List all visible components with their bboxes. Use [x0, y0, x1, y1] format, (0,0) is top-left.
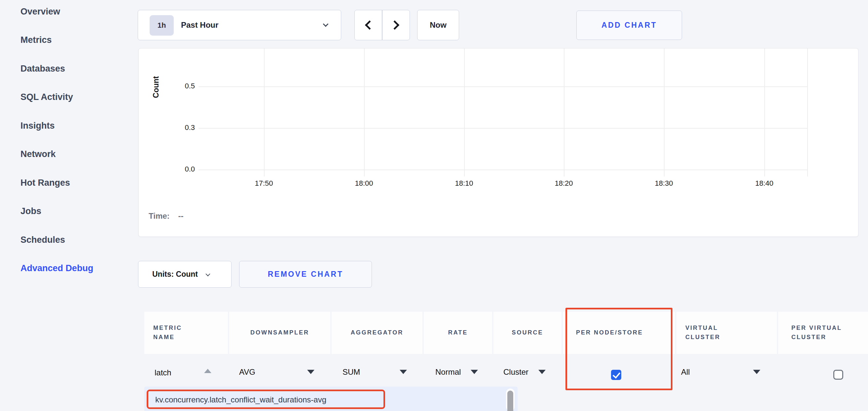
- per-virtual-cluster-checkbox[interactable]: [833, 370, 843, 380]
- units-dropdown-label: Units: Count: [152, 270, 198, 279]
- time-forward-button[interactable]: [382, 10, 410, 40]
- sidebar-item-network[interactable]: Network: [21, 140, 126, 169]
- y-axis-label: Count: [152, 76, 160, 98]
- rate-select-value[interactable]: Normal: [435, 368, 461, 377]
- now-button[interactable]: Now: [417, 10, 459, 40]
- downsampler-select-value[interactable]: AVG: [239, 368, 255, 377]
- chevron-down-icon: [206, 271, 210, 276]
- chevron-down-icon: [323, 22, 329, 27]
- units-dropdown[interactable]: Units: Count: [138, 261, 231, 288]
- sidebar-item-hot-ranges[interactable]: Hot Ranges: [21, 169, 126, 197]
- x-tick: 18:00: [341, 179, 387, 188]
- x-tick: 17:50: [241, 179, 287, 188]
- sidebar-item-schedules[interactable]: Schedules: [21, 226, 126, 254]
- gridline: [364, 48, 365, 176]
- column-header-per-virtual-cluster: PER VIRTUAL CLUSTER: [778, 312, 868, 354]
- gridline: [564, 48, 564, 176]
- rate-caret-icon[interactable]: [471, 370, 478, 374]
- source-select-value[interactable]: Cluster: [503, 368, 528, 377]
- sidebar-item-insights[interactable]: Insights: [21, 111, 126, 140]
- column-header-metric-name: METRIC NAME: [144, 312, 228, 354]
- sidebar: Overview Metrics Databases SQL Activity …: [21, 0, 126, 283]
- chevron-right-icon: [390, 21, 399, 30]
- gridline: [198, 87, 808, 87]
- gridline: [807, 48, 808, 176]
- x-tick: 18:30: [641, 179, 687, 188]
- sidebar-item-overview[interactable]: Overview: [21, 0, 126, 26]
- column-header-aggregator: AGGREGATOR: [332, 312, 423, 354]
- column-header-downsampler: DOWNSAMPLER: [229, 312, 330, 354]
- column-header-per-node-store: PER NODE/STORE: [563, 312, 675, 354]
- downsampler-caret-icon[interactable]: [307, 370, 314, 374]
- x-tick: 18:20: [541, 179, 587, 188]
- virtual-cluster-select-value[interactable]: All: [681, 368, 690, 377]
- advanced-debug-custom-chart-page: Overview Metrics Databases SQL Activity …: [0, 0, 868, 411]
- sidebar-item-advanced-debug[interactable]: Advanced Debug: [21, 254, 126, 283]
- metric-suggestions-dropdown: kv.concurrency.latch_conflict_wait_durat…: [144, 386, 518, 411]
- sidebar-item-metrics[interactable]: Metrics: [21, 26, 126, 55]
- column-header-virtual-cluster: VIRTUAL CLUSTER: [676, 312, 777, 354]
- gridline: [464, 48, 465, 176]
- gridline: [764, 48, 765, 176]
- y-tick: 0.3: [170, 123, 195, 132]
- time-back-button[interactable]: [354, 10, 382, 40]
- gridline: [664, 48, 664, 176]
- add-chart-button[interactable]: ADD CHART: [576, 10, 682, 40]
- column-header-source: SOURCE: [493, 312, 561, 354]
- chevron-left-icon: [365, 21, 374, 30]
- scrollbar-track[interactable]: [506, 388, 515, 411]
- per-node-store-checkbox[interactable]: [611, 370, 621, 380]
- hover-time-readout: Time:--: [149, 211, 184, 221]
- gridline: [264, 48, 265, 176]
- chart-card: Count 0.5 0.3 0.0 17:50 18:00 18:10 18:2…: [138, 48, 859, 237]
- y-tick: 0.0: [170, 165, 195, 173]
- sidebar-item-databases[interactable]: Databases: [21, 55, 126, 83]
- remove-chart-button[interactable]: REMOVE CHART: [239, 261, 372, 288]
- source-caret-icon[interactable]: [538, 370, 546, 374]
- virtual-cluster-caret-icon[interactable]: [753, 370, 760, 374]
- metric-name-input[interactable]: [155, 367, 204, 379]
- time-range-selector[interactable]: 1h Past Hour: [138, 10, 341, 40]
- aggregator-caret-icon[interactable]: [400, 370, 407, 374]
- time-nav-arrows: [354, 10, 410, 40]
- time-label: Time:: [149, 211, 170, 220]
- sidebar-item-sql-activity[interactable]: SQL Activity: [21, 83, 126, 112]
- time-value: --: [178, 211, 184, 220]
- metric-suggestion-item[interactable]: kv.concurrency.latch_conflict_wait_durat…: [155, 395, 326, 404]
- scrollbar-thumb[interactable]: [507, 390, 513, 411]
- time-range-label: Past Hour: [181, 21, 218, 30]
- collapse-suggestions-icon[interactable]: [204, 369, 211, 373]
- time-range-badge: 1h: [150, 15, 174, 36]
- x-tick: 18:10: [441, 179, 487, 188]
- column-header-rate: RATE: [424, 312, 492, 354]
- x-tick: 18:40: [741, 179, 787, 188]
- sidebar-item-jobs[interactable]: Jobs: [21, 197, 126, 226]
- aggregator-select-value[interactable]: SUM: [342, 368, 360, 377]
- gridline: [198, 128, 808, 129]
- y-tick: 0.5: [170, 82, 195, 91]
- gridline: [198, 170, 808, 170]
